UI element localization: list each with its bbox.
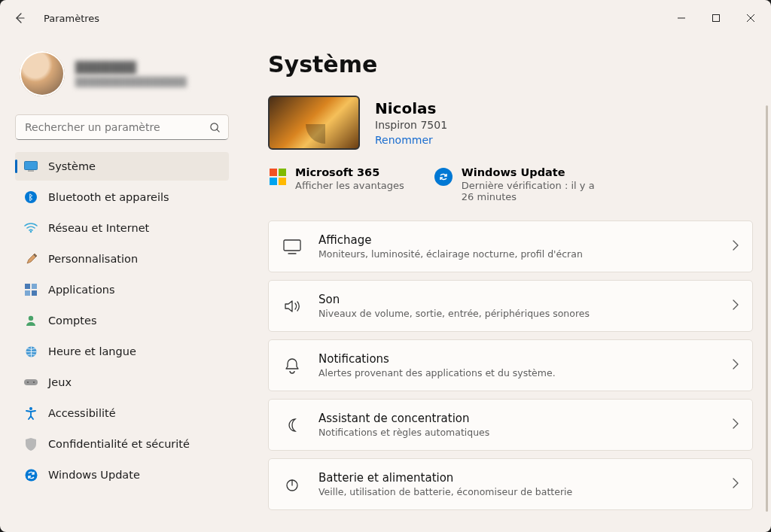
nav-list: Système Bluetooth et appareils Réseau et… bbox=[15, 152, 229, 489]
card-son[interactable]: SonNiveaux de volume, sortie, entrée, pé… bbox=[268, 280, 753, 332]
accessibility-icon bbox=[24, 406, 38, 420]
nav-item-label: Windows Update bbox=[48, 469, 140, 481]
nav-item-label: Système bbox=[48, 160, 96, 172]
scrollbar[interactable] bbox=[766, 105, 768, 512]
microsoft-logo-icon bbox=[270, 169, 286, 185]
status-wu[interactable]: Windows Update Dernière vérification : i… bbox=[434, 166, 605, 202]
svg-point-15 bbox=[29, 407, 32, 410]
bluetooth-icon bbox=[24, 190, 38, 204]
rename-link[interactable]: Renommer bbox=[375, 134, 447, 146]
device-thumbnail[interactable] bbox=[268, 96, 360, 150]
card-sub: Alertes provenant des applications et du… bbox=[318, 367, 716, 378]
minimize-icon bbox=[678, 14, 685, 22]
status-ms365[interactable]: Microsoft 365 Afficher les avantages bbox=[270, 166, 404, 202]
nav-item-label: Bluetooth et appareils bbox=[48, 191, 169, 203]
main-content: Système Nicolas Inspiron 7501 Renommer M… bbox=[241, 36, 771, 532]
status-title: Windows Update bbox=[462, 166, 605, 178]
brush-icon bbox=[24, 252, 38, 266]
card-title: Batterie et alimentation bbox=[318, 471, 716, 485]
monitor-icon bbox=[24, 160, 38, 173]
card-title: Affichage bbox=[318, 233, 716, 247]
svg-rect-3 bbox=[28, 171, 34, 172]
nav-item-systeme[interactable]: Système bbox=[15, 152, 229, 181]
sync-icon bbox=[24, 468, 38, 482]
svg-point-10 bbox=[29, 316, 33, 321]
profile-email: ████████████████ bbox=[75, 77, 187, 87]
close-button[interactable] bbox=[733, 6, 768, 30]
svg-point-5 bbox=[30, 231, 32, 233]
nav-item-bluetooth[interactable]: Bluetooth et appareils bbox=[15, 183, 229, 211]
apps-icon bbox=[24, 283, 38, 296]
card-sub: Niveaux de volume, sortie, entrée, périp… bbox=[318, 308, 716, 319]
nav-item-accessibilite[interactable]: Accessibilité bbox=[15, 399, 229, 427]
close-icon bbox=[747, 14, 754, 22]
page-heading: Système bbox=[268, 51, 753, 78]
avatar bbox=[20, 51, 65, 96]
chevron-right-icon bbox=[733, 477, 739, 491]
card-sub: Moniteurs, luminosité, éclairage nocturn… bbox=[318, 248, 716, 260]
status-title: Microsoft 365 bbox=[295, 166, 404, 178]
bell-icon bbox=[282, 356, 302, 375]
nav-item-jeux[interactable]: Jeux bbox=[15, 368, 229, 397]
nav-item-apps[interactable]: Applications bbox=[15, 275, 229, 304]
chevron-right-icon bbox=[733, 418, 739, 432]
sidebar: ███████ ████████████████ Système Bluetoo… bbox=[0, 36, 241, 532]
maximize-button[interactable] bbox=[699, 6, 733, 30]
status-row: Microsoft 365 Afficher les avantages Win… bbox=[268, 166, 753, 202]
card-notifications[interactable]: NotificationsAlertes provenant des appli… bbox=[268, 339, 753, 391]
chevron-right-icon bbox=[733, 358, 739, 372]
nav-item-label: Accessibilité bbox=[48, 407, 116, 419]
window-title: Paramètres bbox=[44, 13, 99, 24]
profile-block[interactable]: ███████ ████████████████ bbox=[15, 36, 229, 111]
search-input[interactable] bbox=[23, 120, 209, 134]
device-model: Inspiron 7501 bbox=[375, 119, 447, 131]
card-title: Assistant de concentration bbox=[318, 412, 716, 425]
nav-item-label: Applications bbox=[48, 284, 115, 296]
nav-item-personnalisation[interactable]: Personnalisation bbox=[15, 245, 229, 273]
card-title: Notifications bbox=[318, 352, 716, 366]
nav-item-comptes[interactable]: Comptes bbox=[15, 306, 229, 335]
moon-icon bbox=[282, 415, 302, 435]
profile-name: ███████ bbox=[75, 61, 187, 74]
titlebar: Paramètres bbox=[0, 0, 771, 36]
status-sub: Dernière vérification : il y a 26 minute… bbox=[462, 180, 605, 202]
card-batterie[interactable]: Batterie et alimentationVeille, utilisat… bbox=[268, 458, 753, 510]
svg-rect-8 bbox=[25, 290, 30, 296]
search-box[interactable] bbox=[15, 114, 229, 140]
arrow-left-icon bbox=[14, 12, 26, 24]
svg-rect-9 bbox=[32, 290, 37, 296]
person-icon bbox=[24, 314, 38, 327]
window-controls bbox=[664, 6, 768, 30]
settings-cards: AffichageMoniteurs, luminosité, éclairag… bbox=[268, 220, 753, 510]
svg-point-16 bbox=[25, 469, 37, 481]
minimize-button[interactable] bbox=[664, 6, 699, 30]
nav-item-wu[interactable]: Windows Update bbox=[15, 461, 229, 489]
back-button[interactable] bbox=[8, 5, 33, 31]
card-sub: Veille, utilisation de batterie, économi… bbox=[318, 486, 716, 497]
svg-rect-6 bbox=[25, 284, 30, 289]
nav-item-conf[interactable]: Confidentialité et sécurité bbox=[15, 430, 229, 458]
nav-item-reseau[interactable]: Réseau et Internet bbox=[15, 214, 229, 242]
settings-window: Paramètres ███████ ████████████████ bbox=[0, 0, 771, 532]
wifi-icon bbox=[24, 221, 38, 235]
shield-icon bbox=[24, 437, 38, 451]
chevron-right-icon bbox=[733, 239, 739, 254]
card-focus[interactable]: Assistant de concentrationNotifications … bbox=[268, 399, 753, 451]
nav-item-heure[interactable]: Heure et langue bbox=[15, 337, 229, 366]
card-affichage[interactable]: AffichageMoniteurs, luminosité, éclairag… bbox=[268, 220, 753, 272]
svg-point-1 bbox=[211, 123, 218, 129]
globe-clock-icon bbox=[24, 345, 38, 358]
svg-rect-12 bbox=[24, 379, 38, 385]
nav-item-label: Heure et langue bbox=[48, 345, 136, 357]
svg-rect-0 bbox=[713, 15, 720, 22]
card-sub: Notifications et règles automatiques bbox=[318, 427, 716, 438]
power-icon bbox=[282, 475, 302, 494]
svg-point-4 bbox=[25, 191, 37, 203]
svg-rect-17 bbox=[284, 240, 300, 251]
sound-icon bbox=[282, 296, 302, 316]
nav-item-label: Comptes bbox=[48, 315, 97, 327]
svg-rect-2 bbox=[25, 162, 38, 170]
status-sub: Afficher les avantages bbox=[295, 180, 404, 191]
windows-update-icon bbox=[434, 168, 453, 186]
svg-rect-7 bbox=[32, 284, 37, 289]
